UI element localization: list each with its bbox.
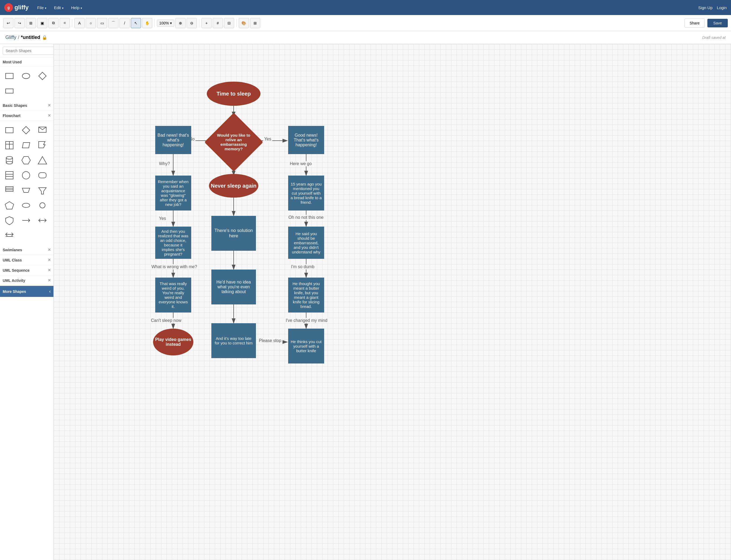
fc-shield[interactable] — [3, 214, 16, 227]
node-theres-no-solution[interactable]: There's no solution here — [211, 216, 256, 251]
basic-shapes-header[interactable]: Basic Shapes × — [0, 100, 53, 111]
layers-button[interactable]: ⊞ — [250, 18, 260, 28]
search-input[interactable] — [3, 47, 54, 55]
fc-para[interactable] — [19, 139, 33, 152]
node-that-was-weird[interactable]: That was really weird of you. You're rea… — [155, 278, 191, 312]
fc-triangle[interactable] — [36, 154, 49, 167]
fc-trapezoid[interactable] — [19, 184, 33, 197]
top-bar: g gliffy File ▾ Edit ▾ Help ▾ Sign Up Lo… — [0, 0, 731, 15]
text-tool[interactable]: A — [74, 18, 85, 28]
node-diamond[interactable]: Would you like to relive an embarrassing… — [204, 115, 263, 169]
shape-diamond[interactable] — [36, 69, 49, 83]
fc-double-arrow[interactable] — [36, 214, 49, 227]
fc-diamond[interactable] — [19, 123, 33, 137]
fc-grid2[interactable] — [3, 169, 16, 182]
undo-button[interactable]: ↩ — [3, 18, 13, 28]
more-shapes-bar[interactable]: More Shapes ‹ — [0, 286, 53, 297]
color-button[interactable]: 🎨 — [239, 18, 249, 28]
help-menu[interactable]: Help ▾ — [68, 4, 85, 12]
fc-double-arrow2[interactable] — [3, 229, 16, 242]
svg-point-1 — [22, 73, 30, 79]
swimlanes-close[interactable]: × — [48, 247, 51, 253]
node-remember-when[interactable]: Remember when you said an acquaintance w… — [155, 176, 191, 210]
separator-1 — [72, 19, 72, 27]
toolbar-right: Share Save — [685, 19, 728, 28]
node-hed-have-no-idea[interactable]: He'd have no idea what you're even talki… — [211, 270, 256, 304]
zoom-in-button[interactable]: ⊕ — [175, 18, 185, 28]
edit-menu[interactable]: Edit ▾ — [51, 4, 67, 12]
svg-point-10 — [6, 157, 13, 159]
fc-circle[interactable] — [19, 169, 33, 182]
node-and-its-way[interactable]: And it's way too late for you to correct… — [211, 323, 256, 358]
zoom-out-button[interactable]: ⊖ — [187, 18, 197, 28]
uml-activity-close[interactable]: × — [48, 278, 51, 283]
hand-tool[interactable]: ✋ — [142, 18, 152, 28]
login-link[interactable]: Login — [717, 5, 727, 10]
node-he-thinks[interactable]: He thinks you cut yourself with a butter… — [288, 329, 324, 363]
fc-pentagon[interactable] — [3, 199, 16, 212]
share-button[interactable]: Share — [685, 19, 705, 28]
fc-funnel[interactable] — [36, 184, 49, 197]
most-used-header[interactable]: Most Used — [0, 58, 53, 67]
uml-sequence-header[interactable]: UML Sequence × — [0, 265, 53, 275]
canvas-area[interactable]: No Yes Why? Here we go Yes Oh no not thi… — [54, 44, 731, 560]
fc-smallcircle[interactable] — [36, 199, 49, 212]
copy-button[interactable]: ⧉ — [48, 18, 59, 28]
fc-oval2[interactable] — [19, 199, 33, 212]
shape-small-rect[interactable] — [3, 84, 16, 98]
uml-class-header[interactable]: UML Class × — [0, 255, 53, 265]
logo[interactable]: g gliffy — [4, 3, 29, 12]
uml-activity-header[interactable]: UML Activity × — [0, 275, 53, 286]
group-button[interactable]: ▣ — [37, 18, 47, 28]
fc-message[interactable] — [36, 123, 49, 137]
breadcrumb-title[interactable]: *untitled — [21, 35, 40, 40]
svg-point-27 — [40, 203, 45, 208]
paste-button[interactable]: ⌗ — [60, 18, 70, 28]
flowchart-header[interactable]: Flowchart × — [0, 111, 53, 121]
node-he-thought[interactable]: He thought you meant a butter knife, but… — [288, 278, 324, 312]
swimlanes-header[interactable]: Swimlanes × — [0, 245, 53, 255]
snap-button[interactable]: ⊟ — [224, 18, 234, 28]
fc-stack[interactable] — [3, 184, 16, 197]
connector-tool[interactable]: ⌒ — [108, 18, 118, 28]
fc-cylinder[interactable] — [3, 154, 16, 167]
node-never-sleep[interactable]: Never sleep again — [209, 174, 258, 198]
zoom-control[interactable]: 100% ▾ — [157, 20, 174, 27]
fc-rounded-rect[interactable] — [36, 169, 49, 182]
redo-button[interactable]: ↪ — [14, 18, 25, 28]
ellipse-tool[interactable]: ○ — [86, 18, 96, 28]
node-he-said[interactable]: He said you should be embarrassed, and y… — [288, 227, 324, 259]
grid-button[interactable]: # — [213, 18, 223, 28]
sign-up-link[interactable]: Sign Up — [698, 5, 712, 10]
node-time-to-sleep[interactable]: Time to sleep — [207, 82, 260, 106]
node-play-video-games[interactable]: Play video games instead — [153, 329, 193, 355]
node-bad-news[interactable]: Bad news! that's what's happening! — [155, 126, 191, 154]
fc-hex[interactable] — [19, 154, 33, 167]
flowchart-close[interactable]: × — [48, 113, 51, 118]
node-fifteen-years[interactable]: 15 years ago you mentioned you cut yours… — [288, 176, 324, 210]
save-button[interactable]: Save — [707, 19, 728, 27]
swimlanes-label: Swimlanes — [3, 248, 22, 252]
label-please-stop: Please stop — [258, 338, 282, 343]
node-and-then[interactable]: And then you realized that was an odd ch… — [155, 227, 191, 259]
select-tool[interactable]: ↖ — [131, 18, 141, 28]
svg-marker-24 — [22, 188, 30, 192]
shape-rect[interactable] — [3, 69, 16, 83]
uml-class-close[interactable]: × — [48, 257, 51, 263]
uml-sequence-close[interactable]: × — [48, 267, 51, 273]
select-all-button[interactable]: ⊞ — [26, 18, 36, 28]
file-menu[interactable]: File ▾ — [34, 4, 50, 12]
add-button[interactable]: + — [201, 18, 212, 28]
draft-saved-text: Draft saved at — [702, 35, 726, 40]
fc-table[interactable] — [3, 139, 16, 152]
fc-flag[interactable] — [36, 139, 49, 152]
basic-shapes-close[interactable]: × — [48, 103, 51, 108]
shape-oval[interactable] — [19, 69, 33, 83]
line-tool[interactable]: / — [119, 18, 130, 28]
logo-text: gliffy — [14, 4, 29, 11]
fc-arrow-lr[interactable] — [19, 214, 33, 227]
node-good-news[interactable]: Good news! That's what's happening! — [288, 126, 324, 154]
fc-rect[interactable] — [3, 123, 16, 137]
rect-tool[interactable]: ▭ — [97, 18, 107, 28]
breadcrumb-parent[interactable]: Gliffy — [5, 35, 16, 40]
